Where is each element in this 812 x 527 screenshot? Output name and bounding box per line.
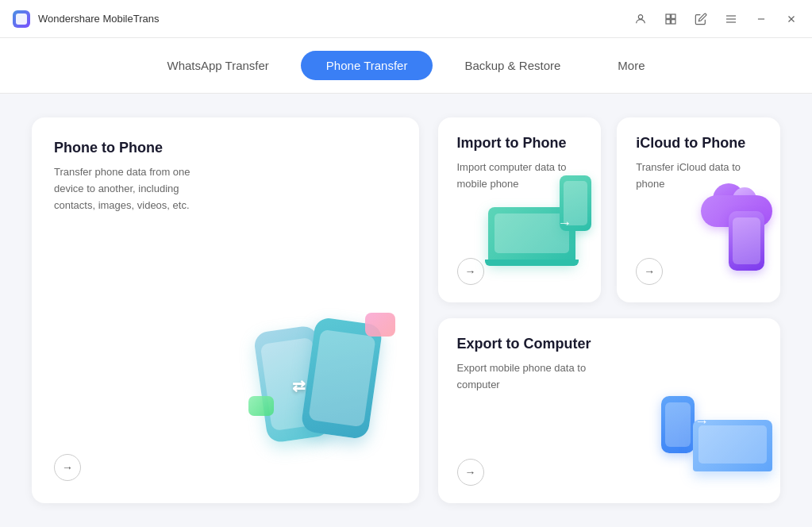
bottom-row: Export to Computer Export mobile phone d…: [438, 318, 781, 503]
export-illustration: →: [661, 380, 772, 483]
windows-icon[interactable]: [663, 11, 679, 27]
card-export-to-computer: Export to Computer Export mobile phone d…: [438, 318, 781, 503]
card-icloud-to-phone: iCloud to Phone Transfer iCloud data to …: [617, 117, 780, 302]
svg-point-0: [638, 14, 642, 18]
card-import-title: Import to Phone: [457, 135, 583, 152]
menu-icon[interactable]: [723, 11, 739, 27]
tab-phone[interactable]: Phone Transfer: [301, 51, 433, 80]
card-phone-to-phone-title: Phone to Phone: [54, 140, 397, 156]
card-import-arrow[interactable]: →: [457, 258, 484, 285]
tab-backup[interactable]: Backup & Restore: [439, 51, 586, 80]
title-bar: Wondershare MobileTrans: [0, 0, 812, 38]
edit-icon[interactable]: [693, 11, 709, 27]
transfer-arrow: ⇄: [292, 376, 306, 395]
account-icon[interactable]: [633, 11, 648, 27]
card-import-to-phone: Import to Phone Import computer data to …: [438, 117, 602, 302]
card-export-desc: Export mobile phone data to computer: [457, 360, 600, 394]
card-phone-to-phone: Phone to Phone Transfer phone data from …: [32, 117, 419, 503]
icloud-phone: [729, 211, 764, 271]
export-phone: [661, 396, 695, 453]
minimize-button[interactable]: [753, 11, 769, 27]
app-title: Wondershare MobileTrans: [38, 13, 159, 25]
main-content: Phone to Phone Transfer phone data from …: [0, 94, 812, 527]
title-bar-left: Wondershare MobileTrans: [13, 10, 633, 28]
card-export-title: Export to Computer: [457, 336, 762, 352]
tab-whatsapp[interactable]: WhatsApp Transfer: [141, 51, 294, 80]
float-decoration-2: [248, 396, 274, 416]
right-column: Import to Phone Import computer data to …: [438, 117, 781, 503]
phone-to-phone-illustration: ⇄: [244, 289, 403, 464]
svg-rect-2: [672, 14, 675, 18]
card-icloud-arrow[interactable]: →: [636, 258, 663, 285]
card-icloud-title: iCloud to Phone: [636, 135, 761, 152]
import-arrow-icon: →: [557, 215, 571, 232]
float-decoration-1: [365, 313, 395, 337]
app-icon: [13, 10, 30, 28]
top-row: Import to Phone Import computer data to …: [438, 117, 781, 302]
svg-rect-1: [666, 14, 670, 18]
export-arrow-icon: →: [695, 414, 709, 430]
svg-rect-4: [672, 19, 675, 23]
import-illustration: →: [488, 175, 591, 279]
svg-rect-3: [666, 19, 670, 23]
title-bar-controls: [633, 11, 799, 27]
close-button[interactable]: [783, 11, 799, 27]
icloud-illustration: [669, 175, 772, 279]
tab-more[interactable]: More: [592, 51, 670, 80]
card-phone-to-phone-desc: Transfer phone data from one device to a…: [54, 164, 197, 213]
card-phone-to-phone-arrow[interactable]: →: [54, 454, 81, 481]
nav-bar: WhatsApp Transfer Phone Transfer Backup …: [0, 38, 812, 94]
laptop-base: [485, 260, 579, 266]
card-export-arrow[interactable]: →: [457, 459, 484, 486]
